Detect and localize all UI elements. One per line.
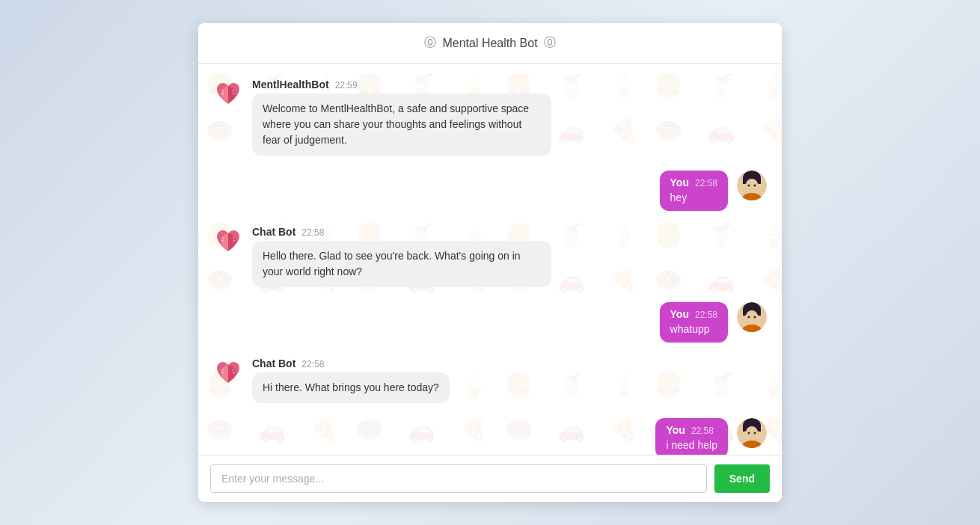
svg-point-11: [748, 316, 750, 319]
message-row-user3: You 22:58 i need help: [213, 418, 767, 455]
message-row-bot2: Chat Bot 22:58 Hello there. Glad to see …: [213, 226, 767, 287]
message-bubble-wrapper-3: Chat Bot 22:58 Hi there. What brings you…: [252, 357, 450, 403]
svg-point-12: [754, 316, 756, 319]
chat-input-area: Send: [198, 455, 782, 502]
bot-avatar-3: [213, 357, 243, 387]
message-bubble-2: Hello there. Glad to see you're back. Wh…: [252, 241, 551, 287]
send-button[interactable]: Send: [714, 464, 770, 493]
heart-brain-icon-3: [213, 357, 243, 387]
svg-point-17: [745, 426, 759, 443]
message-sender-2: Chat Bot: [252, 226, 295, 238]
message-row-user2: You 22:58 whatupp: [213, 302, 767, 343]
user-time-3: 22:58: [691, 426, 714, 436]
message-row-user: You 22:58 hey: [213, 171, 767, 211]
message-sender-3: Chat Bot: [252, 357, 295, 369]
user-avatar-icon-3: [737, 418, 767, 448]
bot-avatar: [213, 79, 243, 108]
user-sender-2: You: [670, 308, 689, 320]
chat-header: ⓪ Mental Health Bot ⓪: [198, 23, 782, 64]
help-icon-left: ⓪: [424, 35, 436, 51]
user-avatar-icon-2: [737, 302, 767, 332]
chat-window: ⓪ Mental Health Bot ⓪: [198, 23, 782, 502]
user-avatar-3: [737, 418, 767, 448]
user-bubble-3: You 22:58 i need help: [655, 418, 728, 455]
message-time-3: 22:58: [301, 359, 324, 369]
user-text-3: i need help: [666, 439, 717, 451]
message-row: MentlHealthBot 22:59 Welcome to MentlHea…: [213, 79, 767, 156]
svg-point-4: [748, 185, 750, 187]
user-bubble-2: You 22:58 whatupp: [660, 302, 728, 343]
user-avatar: [737, 171, 767, 200]
message-bubble-wrapper: MentlHealthBot 22:59 Welcome to MentlHea…: [252, 79, 551, 156]
message-bubble: Welcome to MentlHealthBot, a safe and su…: [252, 93, 551, 156]
svg-point-5: [754, 185, 756, 187]
chat-title: Mental Health Bot: [442, 37, 537, 50]
message-sender: MentlHealthBot: [252, 79, 329, 90]
message-time: 22:59: [335, 80, 358, 90]
user-sender: You: [670, 176, 689, 188]
user-sender-3: You: [666, 424, 685, 436]
user-text: hey: [670, 191, 717, 203]
message-input[interactable]: [210, 464, 707, 493]
message-bubble-3: Hi there. What brings you here today?: [252, 372, 450, 403]
bot-avatar-2: [213, 226, 243, 256]
user-bubble: You 22:58 hey: [660, 171, 728, 211]
chat-messages: MentlHealthBot 22:59 Welcome to MentlHea…: [198, 64, 782, 455]
message-time-2: 22:58: [301, 227, 324, 238]
svg-point-10: [745, 310, 759, 327]
heart-brain-icon: [213, 79, 243, 108]
message-row-bot3: Chat Bot 22:58 Hi there. What brings you…: [213, 357, 767, 403]
user-time-2: 22:58: [695, 310, 717, 320]
user-avatar-2: [737, 302, 767, 332]
svg-point-19: [754, 432, 756, 435]
svg-point-3: [745, 179, 759, 195]
help-icon-right: ⓪: [544, 35, 556, 51]
user-avatar-icon: [737, 171, 767, 200]
heart-brain-icon-2: [213, 226, 243, 256]
user-text-2: whatupp: [670, 323, 717, 335]
user-time: 22:58: [695, 178, 717, 188]
message-bubble-wrapper-2: Chat Bot 22:58 Hello there. Glad to see …: [252, 226, 551, 287]
svg-point-18: [748, 432, 750, 435]
